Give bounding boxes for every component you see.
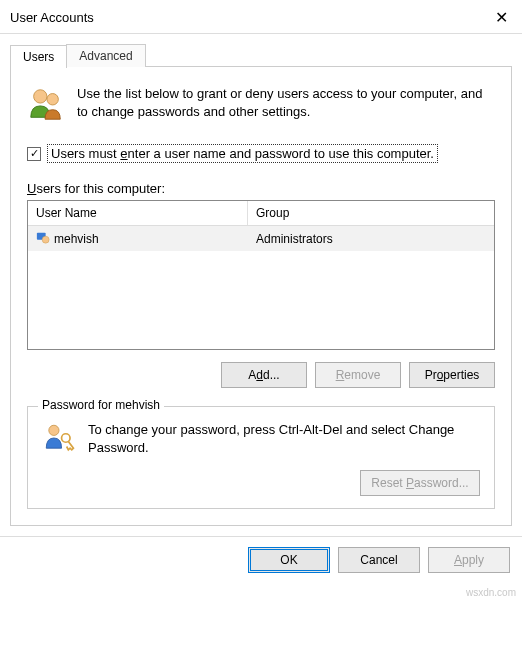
- svg-point-0: [34, 90, 47, 103]
- user-buttons-row: Add... Remove Properties: [27, 362, 495, 388]
- cell-group: Administrators: [248, 226, 494, 251]
- password-row: To change your password, press Ctrl-Alt-…: [42, 421, 480, 458]
- tab-divider: [145, 66, 512, 67]
- svg-point-5: [62, 434, 71, 443]
- svg-point-1: [47, 94, 58, 105]
- dialog-buttons: OK Cancel Apply: [0, 536, 522, 585]
- titlebar: User Accounts ✕: [0, 0, 522, 34]
- col-group[interactable]: Group: [248, 201, 494, 225]
- password-legend: Password for mehvish: [38, 398, 164, 412]
- add-button[interactable]: Add...: [221, 362, 307, 388]
- users-panel: Use the list below to grant or deny user…: [10, 67, 512, 526]
- properties-button[interactable]: Properties: [409, 362, 495, 388]
- tab-users[interactable]: Users: [10, 45, 67, 68]
- table-header: User Name Group: [28, 201, 494, 226]
- intro-row: Use the list below to grant or deny user…: [27, 85, 495, 126]
- intro-text: Use the list below to grant or deny user…: [77, 85, 495, 121]
- col-username[interactable]: User Name: [28, 201, 248, 225]
- reset-password-row: Reset Password...: [42, 470, 480, 496]
- users-list-label: Users for this computer:: [27, 181, 495, 196]
- ok-button[interactable]: OK: [248, 547, 330, 573]
- remove-button: Remove: [315, 362, 401, 388]
- apply-button: Apply: [428, 547, 510, 573]
- password-text: To change your password, press Ctrl-Alt-…: [88, 421, 480, 457]
- require-password-label: Users must enter a user name and passwor…: [47, 144, 438, 163]
- password-fieldset: Password for mehvish To change your pass…: [27, 406, 495, 509]
- reset-password-button: Reset Password...: [360, 470, 480, 496]
- tab-strip: Users Advanced: [0, 34, 522, 67]
- window-title: User Accounts: [10, 10, 94, 25]
- cell-username: mehvish: [28, 226, 248, 251]
- tab-advanced[interactable]: Advanced: [66, 44, 145, 67]
- key-user-icon: [42, 421, 76, 458]
- cancel-button[interactable]: Cancel: [338, 547, 420, 573]
- user-icon: [36, 230, 50, 247]
- require-password-row[interactable]: ✓ Users must enter a user name and passw…: [27, 144, 495, 163]
- users-icon: [27, 85, 65, 126]
- users-table[interactable]: User Name Group mehvish Administrators: [27, 200, 495, 350]
- table-row[interactable]: mehvish Administrators: [28, 226, 494, 251]
- require-password-checkbox[interactable]: ✓: [27, 147, 41, 161]
- svg-point-3: [42, 236, 49, 243]
- close-icon[interactable]: ✕: [491, 8, 512, 27]
- svg-point-4: [49, 425, 59, 435]
- watermark: wsxdn.com: [0, 585, 522, 600]
